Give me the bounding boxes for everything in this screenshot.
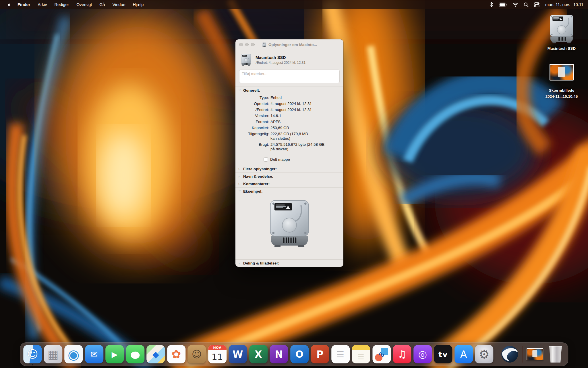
mail-icon: ✉	[85, 345, 103, 363]
desktop-icon-screenshot[interactable]: Skærmbillede 2024-11...10.10.45	[541, 64, 582, 99]
dock-item-maps[interactable]: ◆	[146, 345, 165, 363]
dock-item-tv[interactable]: tv	[434, 345, 452, 363]
dock-item-mail[interactable]: ✉	[85, 345, 103, 363]
bluetooth-icon[interactable]	[490, 2, 493, 7]
dock-item-photos[interactable]: ✿	[167, 345, 185, 363]
onenote-icon: N	[270, 345, 288, 363]
menu-finder[interactable]: Finder	[14, 0, 33, 9]
menu-oversigt[interactable]: Oversigt	[73, 0, 95, 9]
shared-folder-row: Delt mappe	[264, 157, 343, 162]
apple-icon	[8, 2, 10, 7]
section-preview[interactable]: › Eksempel:	[235, 188, 343, 195]
dock-item-messages[interactable]: ●	[126, 345, 144, 363]
info-row-capacity: Kapacitet:250,69 GB	[235, 125, 341, 131]
chevron-down-icon: ›	[238, 190, 242, 193]
menu-ga[interactable]: Gå	[96, 0, 108, 9]
drive-icon	[240, 53, 252, 66]
shared-folder-label: Delt mappe	[270, 157, 290, 162]
chevron-right-icon: ›	[238, 175, 241, 178]
desktop-icon-label: Macintosh SSD	[541, 45, 582, 51]
dock-item-excel[interactable]: X	[249, 345, 268, 363]
dock-item-powerpoint[interactable]: P	[311, 345, 329, 363]
dock-item-trash[interactable]	[546, 345, 565, 363]
zoom-button[interactable]	[251, 43, 255, 47]
volume-name: Macintosh SSD	[256, 55, 305, 60]
notes-icon: ☰	[352, 345, 370, 363]
messages-icon: ●	[126, 345, 144, 363]
menu-arkiv[interactable]: Arkiv	[34, 0, 50, 9]
music-icon: ♫	[393, 345, 411, 363]
dock-item-word[interactable]: W	[229, 345, 247, 363]
menubar-clock[interactable]: man. 11. nov. 10.11	[545, 2, 583, 7]
wifi-icon[interactable]	[512, 3, 518, 7]
dock-item-onenote[interactable]: N	[270, 345, 288, 363]
apple-menu[interactable]	[5, 0, 13, 9]
globe-app-icon	[500, 345, 519, 363]
window-titlebar[interactable]: Oplysninger om Macinto...	[235, 39, 343, 50]
dock-item-finder[interactable]: ☺	[23, 345, 42, 363]
podcasts-icon: ◎	[413, 345, 432, 363]
info-row-available: Tilgængelig: 222,82 GB (179,8 MBkan slet…	[235, 131, 341, 141]
section-sharing-permissions[interactable]: › Deling & tilladelser:	[235, 260, 343, 267]
dock-item-freeform[interactable]: ∿	[372, 345, 391, 363]
menu-vindue[interactable]: Vindue	[109, 0, 129, 9]
dock-item-podcasts[interactable]: ◎	[413, 345, 432, 363]
window-title: Oplysninger om Macinto...	[268, 43, 317, 47]
dock-item-reminders[interactable]: ☰	[331, 345, 350, 363]
info-row-version: Version:14.6.1	[235, 113, 341, 119]
info-row-used: Brugt: 24.575.516.672 byte (24,58 GBpå d…	[235, 141, 341, 152]
photos-icon: ✿	[167, 345, 185, 363]
tags-placeholder: Tilføj mærker...	[242, 72, 337, 76]
screenshot-thumbnail	[550, 64, 574, 80]
dock-item-contacts[interactable]: ☺	[187, 345, 206, 363]
dock-item-screenshot-file[interactable]	[526, 345, 544, 363]
powerpoint-icon: P	[311, 345, 329, 363]
safari-icon: ◉	[64, 345, 83, 363]
info-row-modified: Ændret:4. august 2024 kl. 12.31	[235, 107, 341, 113]
section-more-info[interactable]: › Flere oplysninger:	[235, 165, 343, 172]
dock-divider	[522, 346, 523, 363]
minimize-button[interactable]	[245, 43, 249, 47]
dock-item-launchpad[interactable]: ▦	[44, 345, 62, 363]
preview-area	[235, 195, 343, 254]
shared-folder-checkbox[interactable]	[264, 157, 268, 162]
get-info-window: Oplysninger om Macinto... Macintosh SSD …	[235, 39, 343, 267]
dock-item-notes[interactable]: ☰	[352, 345, 370, 363]
dock-divider	[497, 346, 497, 363]
dock-item-music[interactable]: ♫	[393, 345, 411, 363]
section-comments[interactable]: › Kommentarer:	[235, 180, 343, 187]
running-indicator	[32, 364, 33, 366]
dock-item-outlook[interactable]: O	[290, 345, 309, 363]
outlook-icon: O	[290, 345, 309, 363]
tags-input[interactable]: Tilføj mærker...	[239, 70, 340, 83]
tv-icon: tv	[434, 345, 452, 363]
section-general[interactable]: › Generelt:	[235, 87, 343, 94]
close-button[interactable]	[239, 43, 243, 47]
chevron-right-icon: ›	[238, 261, 241, 265]
chevron-right-icon: ›	[238, 167, 241, 171]
screenshot-file-icon	[526, 345, 544, 363]
dock-item-safari[interactable]: ◉	[64, 345, 83, 363]
info-header: Macintosh SSD Ændret: 4. august 2024 kl.…	[235, 50, 343, 68]
launchpad-icon: ▦	[44, 345, 62, 363]
clock-time: 10.11	[573, 2, 583, 7]
control-center-icon[interactable]	[534, 2, 539, 7]
battery-icon[interactable]	[499, 3, 507, 7]
trash-icon	[546, 345, 565, 363]
hard-drive-icon	[547, 13, 576, 44]
dock-item-appstore[interactable]: A	[454, 345, 473, 363]
dock-item-facetime[interactable]: ▶	[105, 345, 124, 363]
desktop-icon-macintosh-ssd[interactable]: Macintosh SSD	[541, 13, 582, 51]
chevron-right-icon: ›	[238, 182, 241, 186]
modified-date: Ændret: 4. august 2024 kl. 12.31	[256, 61, 305, 65]
appstore-icon: A	[454, 345, 473, 363]
section-name-extension[interactable]: › Navn & endelse:	[235, 173, 343, 180]
freeform-icon: ∿	[372, 345, 391, 363]
menu-bar: Finder Arkiv Rediger Oversigt Gå Vindue …	[0, 0, 588, 9]
menu-hjaelp[interactable]: Hjælp	[130, 0, 147, 9]
spotlight-icon[interactable]	[524, 2, 529, 7]
menu-rediger[interactable]: Rediger	[51, 0, 72, 9]
dock-item-globe-app[interactable]	[500, 345, 519, 363]
dock-item-calendar[interactable]: NOV 11	[208, 345, 227, 363]
dock-item-settings[interactable]: ⚙	[475, 345, 493, 363]
